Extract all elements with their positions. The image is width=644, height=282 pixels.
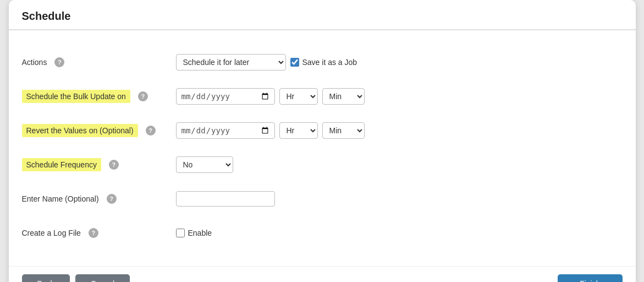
schedule-bulk-min[interactable]: Min 00 15 (322, 88, 365, 105)
enter-name-help-icon[interactable]: ? (107, 194, 117, 204)
schedule-frequency-label-col: Schedule Frequency ? (22, 158, 176, 171)
schedule-bulk-hr[interactable]: Hr 00 01 (279, 88, 318, 105)
revert-values-controls: Hr 00 01 Min 00 15 (176, 122, 623, 139)
actions-dropdown[interactable]: Schedule it for later Run immediately (176, 54, 286, 70)
schedule-bulk-row: Schedule the Bulk Update on ? Hr 00 01 M… (22, 84, 623, 109)
modal-body: Actions ? Schedule it for later Run imme… (9, 39, 636, 266)
schedule-frequency-row: Schedule Frequency ? No Daily Weekly Mon… (22, 153, 623, 177)
schedule-frequency-label: Schedule Frequency (22, 158, 101, 171)
enter-name-controls (176, 191, 623, 207)
schedule-bulk-controls: Hr 00 01 Min 00 15 (176, 88, 623, 105)
enable-log-text: Enable (188, 229, 212, 237)
revert-values-row: Revert the Values on (Optional) ? Hr 00 … (22, 118, 623, 143)
schedule-bulk-label: Schedule the Bulk Update on (22, 90, 130, 103)
create-log-controls: Enable (176, 229, 623, 237)
enable-log-label[interactable]: Enable (176, 229, 212, 237)
modal-header: Schedule (9, 0, 636, 30)
revert-values-label: Revert the Values on (Optional) (22, 124, 138, 137)
create-log-help-icon[interactable]: ? (89, 228, 98, 238)
schedule-bulk-date[interactable] (176, 88, 275, 105)
save-as-job-text: Save it as a Job (302, 58, 357, 67)
finish-button[interactable]: Finish (558, 274, 622, 282)
revert-values-min[interactable]: Min 00 15 (322, 122, 365, 139)
create-log-label-col: Create a Log File ? (22, 228, 176, 238)
schedule-modal: Schedule Actions ? Schedule it for later… (9, 0, 636, 282)
enter-name-label-col: Enter Name (Optional) ? (22, 194, 176, 204)
enter-name-input[interactable] (176, 191, 275, 207)
save-as-job-label[interactable]: Save it as a Job (290, 58, 357, 67)
actions-controls: Schedule it for later Run immediately Sa… (176, 54, 623, 70)
footer-left: Back Cancel (22, 274, 130, 282)
schedule-bulk-help-icon[interactable]: ? (138, 91, 148, 101)
back-button[interactable]: Back (22, 274, 70, 282)
actions-label: Actions (22, 58, 47, 67)
create-log-label: Create a Log File (22, 229, 81, 237)
revert-values-hr[interactable]: Hr 00 01 (279, 122, 318, 139)
modal-title: Schedule (22, 10, 71, 22)
revert-values-help-icon[interactable]: ? (146, 126, 156, 135)
cancel-button[interactable]: Cancel (75, 274, 130, 282)
enable-log-checkbox[interactable] (176, 229, 185, 237)
enter-name-label: Enter Name (Optional) (22, 194, 99, 203)
create-log-row: Create a Log File ? Enable (22, 221, 623, 245)
enter-name-row: Enter Name (Optional) ? (22, 187, 623, 211)
schedule-frequency-controls: No Daily Weekly Monthly (176, 156, 623, 173)
actions-help-icon[interactable]: ? (54, 57, 64, 67)
schedule-bulk-label-col: Schedule the Bulk Update on ? (22, 90, 176, 103)
actions-label-col: Actions ? (22, 57, 176, 67)
modal-footer: Back Cancel Finish (9, 266, 636, 282)
revert-values-label-col: Revert the Values on (Optional) ? (22, 124, 176, 137)
schedule-frequency-help-icon[interactable]: ? (109, 160, 119, 170)
actions-row: Actions ? Schedule it for later Run imme… (22, 50, 623, 74)
schedule-frequency-dropdown[interactable]: No Daily Weekly Monthly (176, 156, 233, 173)
save-as-job-checkbox[interactable] (290, 58, 299, 67)
revert-values-date[interactable] (176, 122, 275, 139)
